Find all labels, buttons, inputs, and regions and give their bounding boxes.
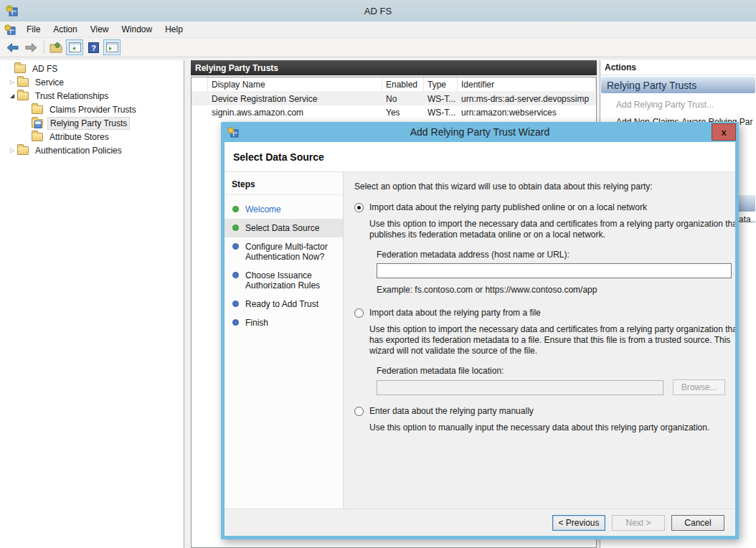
- window-title: AD FS: [0, 6, 756, 16]
- step-upcoming-dot-icon: [232, 272, 239, 278]
- folder-icon: [14, 65, 26, 73]
- radio-label: Enter data about the relying party manua…: [369, 406, 534, 416]
- dialog-heading-band: Select Data Source: [225, 142, 735, 172]
- actions-pane-title: Actions: [600, 60, 756, 75]
- table-row-signin-aws[interactable]: signin.aws.amazon.com Yes WS-T... urn:am…: [192, 105, 596, 119]
- folder-icon: [32, 133, 43, 141]
- cell-display-name: signin.aws.amazon.com: [208, 108, 382, 118]
- menu-view[interactable]: View: [84, 22, 115, 37]
- show-console-tree-icon[interactable]: [66, 39, 83, 55]
- tree-item-authentication-policies[interactable]: Authentication Policies: [0, 143, 184, 157]
- tree-item-attribute-stores[interactable]: Attribute Stores: [0, 130, 184, 143]
- folder-icon: [17, 78, 29, 87]
- console-tree-pane: AD FS Service Trust Relationships Claims…: [0, 60, 184, 548]
- list-pane-title: Relying Party Trusts: [191, 60, 597, 75]
- step-label: Finish: [245, 318, 268, 328]
- step-finish[interactable]: Finish: [225, 313, 343, 332]
- option-description: Use this option to import the necessary …: [369, 219, 735, 240]
- previous-button[interactable]: < Previous: [552, 515, 605, 531]
- tree-item-label: Service: [33, 77, 66, 88]
- tree-item-claims-provider-trusts[interactable]: Claims Provider Trusts: [0, 103, 184, 116]
- step-upcoming-dot-icon: [232, 319, 239, 326]
- cell-type: WS-T...: [424, 108, 458, 118]
- toolbar: ?: [0, 38, 756, 57]
- browse-button: Browse...: [673, 379, 725, 395]
- tree-item-label: Trust Relationships: [33, 90, 110, 102]
- wizard-content: Select an option that this wizard will u…: [344, 172, 735, 509]
- folder-icon: [17, 92, 29, 100]
- dialog-footer: < Previous Next > Cancel: [225, 509, 735, 536]
- page-title: Select Data Source: [233, 151, 324, 163]
- cell-identifier: urn:amazon:webservices: [458, 108, 596, 118]
- menu-bar: File Action View Window Help: [0, 22, 756, 38]
- step-select-data-source[interactable]: Select Data Source: [225, 219, 343, 237]
- window-titlebar: AD FS: [0, 0, 756, 22]
- federation-metadata-file-label: Federation metadata file location:: [377, 366, 725, 376]
- radio-enter-manually[interactable]: Enter data about the relying party manua…: [354, 406, 725, 416]
- step-choose-issuance-rules[interactable]: Choose Issuance Authorization Rules: [225, 266, 343, 295]
- tree-item-relying-party-trusts[interactable]: Relying Party Trusts: [0, 116, 184, 130]
- radio-unselected-icon[interactable]: [354, 407, 364, 416]
- cancel-button[interactable]: Cancel: [671, 515, 724, 531]
- help-icon[interactable]: ?: [85, 39, 102, 55]
- step-ready-to-add-trust[interactable]: Ready to Add Trust: [225, 295, 343, 313]
- step-upcoming-dot-icon: [232, 301, 239, 307]
- list-header-row: Display Name Enabled Type Identifier: [192, 77, 596, 92]
- back-icon[interactable]: [4, 39, 21, 55]
- radio-import-online[interactable]: Import data about the relying party publ…: [354, 202, 725, 212]
- step-label: Select Data Source: [245, 223, 319, 233]
- tree-item-adfs[interactable]: AD FS: [0, 62, 184, 75]
- radio-label: Import data about the relying party from…: [369, 308, 541, 318]
- show-action-pane-icon[interactable]: [103, 39, 121, 55]
- cell-display-name: Device Registration Service: [208, 94, 382, 104]
- folder-icon: [17, 146, 29, 155]
- column-header-blank[interactable]: [192, 77, 208, 91]
- cell-identifier: urn:ms-drs:ad-server.devopssimp: [458, 94, 596, 104]
- expander-collapsed-icon[interactable]: [7, 147, 17, 153]
- close-icon[interactable]: x: [712, 123, 736, 141]
- column-header-enabled[interactable]: Enabled: [382, 77, 424, 91]
- steps-title: Steps: [225, 177, 343, 195]
- example-text: Example: fs.contoso.com or https://www.c…: [377, 285, 725, 295]
- add-relying-party-trust-wizard-dialog: Add Relying Party Trust Wizard x Select …: [221, 122, 739, 539]
- expander-collapsed-icon[interactable]: [7, 79, 17, 85]
- menu-window[interactable]: Window: [115, 22, 159, 37]
- folder-icon: [32, 105, 43, 114]
- menu-action[interactable]: Action: [47, 22, 83, 37]
- step-welcome[interactable]: Welcome: [225, 200, 343, 219]
- export-list-icon[interactable]: [47, 39, 65, 55]
- radio-selected-icon[interactable]: [354, 203, 364, 212]
- federation-metadata-file-input: [377, 380, 663, 395]
- menu-help[interactable]: Help: [159, 22, 189, 37]
- step-label: Welcome: [245, 204, 281, 214]
- tree-item-service[interactable]: Service: [0, 75, 184, 89]
- radio-import-from-file[interactable]: Import data about the relying party from…: [354, 308, 725, 318]
- intro-text: Select an option that this wizard will u…: [354, 181, 725, 192]
- mmc-app-icon: [6, 5, 18, 16]
- tree-item-label: Attribute Stores: [47, 131, 111, 143]
- dialog-inner: Select Data Source Steps Welcome Select …: [225, 142, 735, 536]
- column-header-display-name[interactable]: Display Name: [208, 77, 382, 91]
- step-upcoming-dot-icon: [232, 243, 239, 250]
- menu-file[interactable]: File: [20, 22, 47, 37]
- svg-text:?: ?: [91, 43, 96, 52]
- step-configure-mfa[interactable]: Configure Multi-factor Authentication No…: [225, 237, 343, 266]
- column-header-identifier[interactable]: Identifier: [458, 77, 596, 91]
- step-done-dot-icon: [232, 206, 239, 212]
- forward-icon[interactable]: [22, 39, 39, 55]
- federation-metadata-address-input[interactable]: [377, 263, 732, 278]
- actions-section-relying-party-trusts[interactable]: Relying Party Trusts: [601, 77, 755, 93]
- dialog-title: Add Relying Party Trust Wizard: [221, 126, 739, 138]
- radio-label: Import data about the relying party publ…: [369, 202, 647, 212]
- relying-party-folder-icon: [32, 119, 43, 128]
- action-item-clipped[interactable]: ata...: [739, 214, 756, 225]
- action-add-relying-party-trust[interactable]: Add Relying Party Trust...: [600, 96, 756, 113]
- cell-enabled: No: [382, 94, 424, 104]
- radio-unselected-icon[interactable]: [354, 308, 364, 318]
- column-header-type[interactable]: Type: [424, 77, 458, 91]
- tree-item-trust-relationships[interactable]: Trust Relationships: [0, 89, 184, 103]
- cell-enabled: Yes: [382, 108, 424, 118]
- expander-expanded-icon[interactable]: [7, 93, 17, 99]
- mmc-app-icon-small: [4, 24, 16, 35]
- table-row-device-registration-service[interactable]: Device Registration Service No WS-T... u…: [192, 92, 596, 105]
